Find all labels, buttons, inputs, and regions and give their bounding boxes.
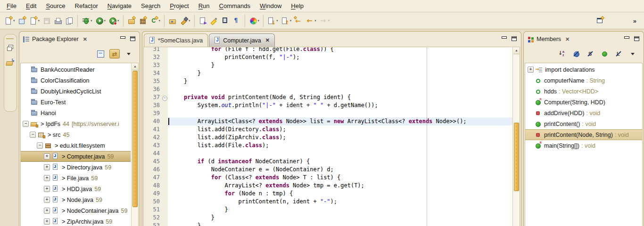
dropdown-arrow-icon[interactable]: ▾ <box>189 19 190 23</box>
member-item[interactable]: Computer(String, HDD) <box>525 97 642 108</box>
tree-item[interactable]: +> ZipArchiv.java59 <box>21 216 131 226</box>
tree-item[interactable]: +> HDD.java59 <box>21 184 131 194</box>
code-line[interactable]: 44 <box>144 150 512 158</box>
code-line[interactable]: 47 for (Class<? extends Node> T : list) … <box>144 174 512 182</box>
tab-members[interactable]: Members ✕ <box>528 36 570 42</box>
package-explorer-scrollbar[interactable]: ▲ <box>131 63 138 226</box>
tree-item[interactable]: +> Directory.java59 <box>21 162 131 173</box>
dropdown-arrow-icon[interactable]: ▾ <box>104 19 106 23</box>
code-line[interactable]: 50 printContent(n, ident + "-"); <box>144 198 512 206</box>
open-folder-perspective-icon[interactable] <box>6 59 15 67</box>
copy-button[interactable] <box>64 16 74 26</box>
view-menu-button[interactable] <box>124 49 134 59</box>
sort-button[interactable] <box>557 49 567 59</box>
minimize-icon[interactable] <box>502 36 507 39</box>
new-class-button[interactable]: ▾ <box>149 16 162 26</box>
expand-icon[interactable]: + <box>44 164 50 170</box>
debug-button[interactable]: ▾ <box>81 16 93 26</box>
last-edit-location-button[interactable] <box>293 16 304 26</box>
dropdown-arrow-icon[interactable]: ▾ <box>314 19 316 23</box>
view-menu-button[interactable] <box>627 49 638 59</box>
scroll-up-icon[interactable]: ▲ <box>132 63 138 70</box>
scroll-up-icon[interactable]: ▲ <box>513 47 520 54</box>
code-line[interactable]: 41 list.add(Directory.class); <box>144 126 512 134</box>
collapse-icon[interactable]: − <box>37 142 43 149</box>
member-item[interactable]: printContent() : void <box>525 118 642 129</box>
next-annotation-button[interactable]: ▾ <box>266 16 279 26</box>
collapse-icon[interactable]: − <box>30 132 36 138</box>
open-perspective-button[interactable] <box>595 16 605 26</box>
menu-edit[interactable]: Edit <box>21 1 41 11</box>
code-line[interactable]: 32 printContent(f, "|-"); <box>144 53 512 61</box>
hide-static-button[interactable] <box>585 49 595 59</box>
code-line[interactable]: 51 } <box>144 206 512 214</box>
dropdown-arrow-icon[interactable]: ▾ <box>91 19 92 23</box>
back-button[interactable]: ▾ <box>305 16 317 26</box>
minimize-icon[interactable] <box>120 36 125 39</box>
menu-source[interactable]: Source <box>41 1 70 11</box>
close-icon[interactable]: ✕ <box>83 36 87 42</box>
toolbar-overflow-chevron[interactable]: » <box>633 17 636 25</box>
member-item[interactable]: main(String[]) : void <box>525 140 642 151</box>
show-selected-element-button[interactable] <box>220 16 231 26</box>
code-line[interactable]: 43 list.add(File.class); <box>144 142 512 150</box>
code-line[interactable]: 53 } <box>144 222 512 226</box>
editor-scrollbar[interactable]: ▲ <box>512 47 520 226</box>
code-line[interactable]: 38 System.out.println("|-" + ident + " "… <box>144 101 512 109</box>
menu-help[interactable]: Help <box>286 1 308 11</box>
dropdown-arrow-icon[interactable]: ▾ <box>117 19 119 23</box>
scrollbar-thumb[interactable] <box>132 71 138 207</box>
show-public-button[interactable] <box>599 49 610 59</box>
link-with-editor-button[interactable]: ⇄ <box>109 49 120 59</box>
expand-icon[interactable]: + <box>528 67 534 73</box>
new-project-button[interactable] <box>17 16 27 26</box>
expand-icon[interactable]: + <box>44 153 50 159</box>
code-line[interactable]: 48 ArrayList<? extends Node> tmp = e.get… <box>144 182 512 190</box>
member-item[interactable]: addDrive(HDD) : void <box>525 108 642 118</box>
code-line[interactable]: 35 } <box>144 77 512 85</box>
tree-item[interactable]: Euro-Test <box>21 97 131 108</box>
code-line[interactable]: 34 } <box>144 69 512 77</box>
code-line[interactable]: 37− private void printContent(Node d, St… <box>144 93 512 101</box>
run-external-button[interactable]: ▾ <box>107 16 120 26</box>
breadcrumb-button[interactable] <box>198 16 208 26</box>
close-icon[interactable]: ✕ <box>265 37 270 43</box>
restore-windows-icon[interactable] <box>7 45 14 51</box>
dropdown-arrow-icon[interactable]: ▾ <box>276 19 278 23</box>
menu-search[interactable]: Search <box>136 1 165 11</box>
code-line[interactable]: 40 ArrayList<Class<? extends Node>> list… <box>144 117 512 126</box>
tree-item[interactable]: Hanoi <box>21 108 131 118</box>
menu-project[interactable]: Project <box>165 1 193 11</box>
maximize-icon[interactable] <box>130 36 135 41</box>
code-line[interactable]: 33 } <box>144 61 512 69</box>
code-line[interactable]: 31 for (File f : hdd.get(File.class)) { <box>144 47 512 53</box>
previous-annotation-button[interactable]: ▾ <box>280 16 293 26</box>
code-line[interactable]: 42 list.add(ZipArchiv.class); <box>144 134 512 142</box>
code-line[interactable]: 46 NodeContainer e = (NodeContainer) d; <box>144 166 512 174</box>
minimize-icon[interactable] <box>624 36 629 39</box>
expand-icon[interactable]: + <box>44 175 50 181</box>
tree-item[interactable]: ColorClassification <box>21 75 131 86</box>
tree-item[interactable]: BankAccountReader <box>21 64 131 75</box>
dropdown-arrow-icon[interactable]: ▾ <box>13 19 15 23</box>
tree-item[interactable]: +> Computer.java59 <box>21 151 131 162</box>
menu-file[interactable]: File <box>2 1 21 11</box>
member-item[interactable]: +import declarations <box>525 64 642 75</box>
member-item[interactable]: computerName : String <box>525 75 642 86</box>
open-type-button[interactable] <box>167 16 178 26</box>
tree-item[interactable]: DoublyLinkedCyclicList <box>21 86 131 97</box>
tab--someclass-java[interactable]: *SomeClass.java <box>144 33 208 47</box>
expand-icon[interactable]: + <box>44 197 50 203</box>
menu-window[interactable]: Window <box>255 1 286 11</box>
dropdown-arrow-icon[interactable]: ▾ <box>159 19 161 23</box>
code-line[interactable]: 52 } <box>144 214 512 222</box>
tree-item[interactable]: +> File.java59 <box>21 173 131 184</box>
menu-navigate[interactable]: Navigate <box>103 1 136 11</box>
hide-local-types-button[interactable] <box>613 49 624 59</box>
search-button[interactable]: ▾ <box>179 16 191 26</box>
code-area[interactable]: 31 for (File f : hdd.get(File.class)) {3… <box>144 47 512 226</box>
expand-icon[interactable]: + <box>44 186 50 192</box>
member-item[interactable]: hdds : Vector<HDD> <box>525 86 642 97</box>
menu-refactor[interactable]: Refactor <box>70 1 103 11</box>
new-java-project-button[interactable] <box>126 16 137 26</box>
